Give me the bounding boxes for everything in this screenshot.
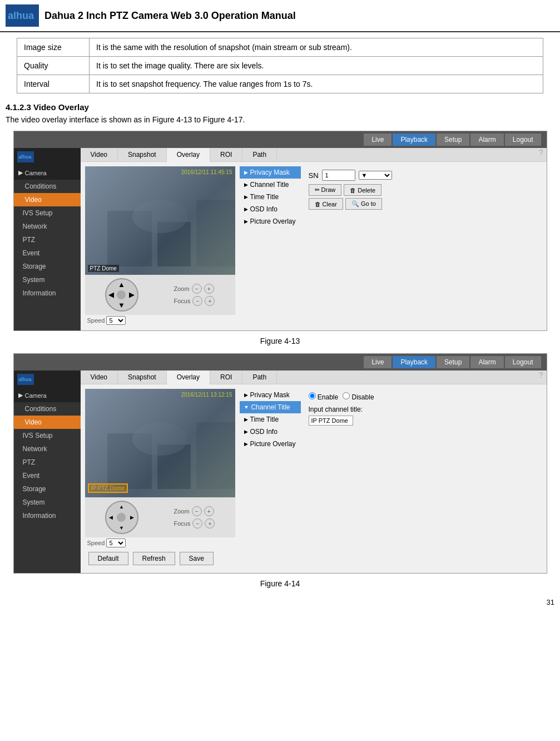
table-cell-value: It is to set snapshot frequency. The val… [90, 75, 543, 93]
logout-button[interactable]: Logout [505, 134, 541, 146]
camera-icon: ▶ [18, 169, 23, 176]
table-cell-label: Image size [17, 38, 90, 57]
speed-select2[interactable]: 5 [106, 539, 126, 547]
alarm-button[interactable]: Alarm [470, 134, 503, 146]
sn-select[interactable]: ▼ [359, 171, 392, 180]
setup-button2[interactable]: Setup [437, 356, 469, 368]
focus-plus-button[interactable]: + [205, 296, 215, 306]
playback-button2[interactable]: Playback [393, 356, 435, 368]
refresh-button[interactable]: Refresh [133, 552, 175, 565]
sidebar-item-storage[interactable]: Storage [14, 260, 81, 273]
sidebar-item-network[interactable]: Network [14, 220, 81, 233]
zoom-minus-button[interactable]: − [192, 284, 202, 294]
action-buttons-row1: ✏ Draw 🗑 Delete [309, 184, 539, 196]
overlay-time-title[interactable]: ▶ Time Title [240, 191, 301, 203]
sidebar-item-ptz2[interactable]: PTZ [14, 456, 81, 469]
channel-title-input[interactable] [309, 416, 353, 426]
arrow-icon: ▼ [244, 404, 249, 410]
live-button[interactable]: Live [364, 134, 391, 146]
clear-button[interactable]: 🗑 Clear [309, 198, 343, 210]
tab-video2[interactable]: Video [81, 370, 118, 384]
sn-input[interactable] [322, 170, 355, 181]
alarm-button2[interactable]: Alarm [470, 356, 503, 368]
sidebar-item-storage2[interactable]: Storage [14, 482, 81, 496]
focus-minus-button[interactable]: − [192, 296, 202, 306]
section-heading: 4.1.2.3 Video Overlay [6, 102, 554, 112]
preview-area2: 2016/12/11 13:12:15 IP PTZ Dome [85, 389, 235, 549]
privacy-mask-label2: Privacy Mask [250, 391, 290, 399]
zoom-plus-button2[interactable]: + [204, 506, 214, 516]
down-arrow[interactable]: ▼ [116, 300, 127, 310]
overlay-menu: ▶ Privacy Mask ▶ Channel Title ▶ Time Ti… [240, 166, 301, 326]
live-button2[interactable]: Live [364, 356, 391, 368]
tab-path2[interactable]: Path [242, 370, 277, 384]
sidebar-item-video2[interactable]: Video [14, 416, 81, 429]
sidebar-item-conditions[interactable]: Conditions [14, 180, 81, 193]
sidebar-item-system2[interactable]: System [14, 496, 81, 509]
speed-select[interactable]: 5 [106, 316, 126, 325]
focus-plus-button2[interactable]: + [205, 518, 215, 528]
overlay-privacy-mask[interactable]: ▶ Privacy Mask [240, 166, 301, 179]
overlay-osd-info[interactable]: ▶ OSD Info [240, 203, 301, 215]
draw-button[interactable]: ✏ Draw [309, 184, 342, 196]
table-cell-value: It is the same with the resolution of sn… [90, 38, 543, 57]
sidebar-item-event2[interactable]: Event [14, 469, 81, 482]
up-arrow[interactable]: ▲ [116, 279, 127, 290]
sidebar-item-ptz[interactable]: PTZ [14, 233, 81, 246]
overlay-privacy-mask2[interactable]: ▶ Privacy Mask [240, 389, 301, 401]
tab-path[interactable]: Path [242, 148, 277, 161]
overlay-picture[interactable]: ▶ Picture Overlay [240, 215, 301, 228]
sidebar-item-system[interactable]: System [14, 273, 81, 286]
right-arrow[interactable]: ▶ [127, 290, 137, 300]
speed-label: Speed [87, 317, 105, 324]
setup-button[interactable]: Setup [437, 134, 469, 146]
tab-snapshot[interactable]: Snapshot [118, 148, 167, 161]
overlay-osd-info2[interactable]: ▶ OSD Info [240, 426, 301, 438]
overlay-channel-title2[interactable]: ▼ Channel Title [240, 401, 301, 413]
right-arrow2[interactable]: ▶ [127, 512, 137, 523]
overlay-channel-title[interactable]: ▶ Channel Title [240, 179, 301, 191]
tab-roi2[interactable]: ROI [210, 370, 242, 384]
delete-button[interactable]: 🗑 Delete [344, 184, 381, 196]
arrow-icon: ▶ [244, 429, 248, 434]
arrow-icon: ▶ [244, 194, 248, 200]
focus-minus-button2[interactable]: − [192, 518, 202, 528]
tab-snapshot2[interactable]: Snapshot [118, 370, 167, 384]
zoom-minus-button2[interactable]: − [192, 506, 202, 516]
goto-button[interactable]: 🔍 Go to [345, 198, 382, 210]
highlight-label: IP PTZ Dome [88, 483, 128, 493]
sidebar-item-network2[interactable]: Network [14, 442, 81, 456]
tab-video[interactable]: Video [81, 148, 118, 161]
svg-point-15 [132, 422, 188, 456]
arrow-icon: ▶ [244, 417, 248, 422]
figure2-caption: Figure 4-14 [0, 579, 560, 588]
save-button[interactable]: Save [180, 552, 214, 565]
left-arrow2[interactable]: ◀ [106, 512, 117, 523]
sidebar-item-ivs[interactable]: IVS Setup [14, 206, 81, 220]
sidebar-item-event[interactable]: Event [14, 246, 81, 260]
sidebar-item-conditions2[interactable]: Conditions [14, 402, 81, 416]
sidebar2: alhua ▶ Camera Conditions Video IVS Setu… [14, 370, 81, 573]
sidebar-item-information[interactable]: Information [14, 286, 81, 300]
down-arrow2[interactable]: ▼ [116, 522, 127, 533]
sidebar-item-ivs2[interactable]: IVS Setup [14, 429, 81, 442]
sidebar-item-information2[interactable]: Information [14, 509, 81, 522]
table-row: Interval It is to set snapshot frequency… [17, 75, 543, 93]
overlay-picture2[interactable]: ▶ Picture Overlay [240, 438, 301, 450]
disable-radio[interactable] [343, 392, 350, 399]
arrow-icon: ▶ [244, 441, 248, 447]
left-arrow[interactable]: ◀ [106, 290, 117, 300]
logout-button2[interactable]: Logout [505, 356, 541, 368]
speed-label2: Speed [87, 540, 105, 546]
tab-overlay2[interactable]: Overlay [167, 370, 210, 384]
camera-feed2: 2016/12/11 13:12:15 IP PTZ Dome [85, 389, 235, 497]
overlay-time-title2[interactable]: ▶ Time Title [240, 413, 301, 426]
playback-button[interactable]: Playback [393, 134, 435, 146]
tab-overlay[interactable]: Overlay [167, 148, 210, 162]
enable-radio[interactable] [309, 392, 316, 399]
default-button[interactable]: Default [88, 552, 128, 565]
tab-roi[interactable]: ROI [210, 148, 242, 161]
sidebar-item-video[interactable]: Video [14, 193, 81, 206]
zoom-plus-button[interactable]: + [204, 284, 214, 294]
up-arrow2[interactable]: ▲ [116, 502, 127, 512]
